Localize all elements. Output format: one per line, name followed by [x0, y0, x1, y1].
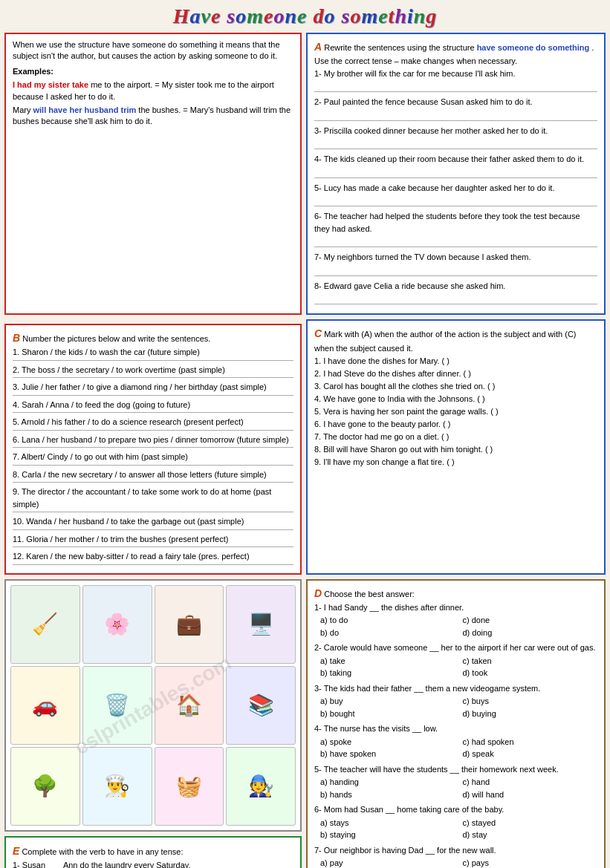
section-a: A Rewrite the sentences using the struct…	[306, 33, 606, 315]
section-a-q7-line	[314, 266, 597, 276]
section-e-instruction: E Complete with the verb to have in any …	[13, 843, 293, 859]
section-b-q9: 9. The director / the accountant / to ta…	[13, 486, 293, 510]
section-d-q5-text: 5- The teacher will have the students __…	[314, 763, 597, 776]
section-a-q4-line	[314, 168, 597, 178]
cartoon-9: 🌳	[10, 747, 80, 826]
section-a-q5-line	[314, 196, 597, 206]
cartoon-12: 🧑‍🔧	[226, 747, 296, 826]
section-a-q4: 4- The kids cleaned up their room becaus…	[314, 153, 597, 166]
section-d-q3-text: 3- The kids had their father __ them a n…	[314, 682, 597, 695]
section-c-q4: 4. We have gone to India with the Johnso…	[314, 393, 597, 405]
cartoon-11: 🧺	[155, 747, 224, 826]
section-a-instruction: A Rewrite the sentences using the struct…	[314, 39, 597, 68]
section-b-questions: 1. Sharon / the kids / to wash the car (…	[13, 346, 293, 565]
section-a-q7: 7- My neighbors turned the TV down becau…	[314, 251, 597, 264]
section-c-q1: 1. I have done the dishes for Mary. ( )	[314, 355, 597, 368]
section-b-q3: 3. Julie / her father / to give a diamon…	[13, 381, 293, 394]
section-d: D Choose the best answer: 1- I had Sandy…	[306, 579, 606, 869]
section-e: E Complete with the verb to have in any …	[4, 836, 302, 869]
section-a-q6: 6- The teacher had helped the students b…	[314, 210, 597, 235]
page-title: Have someone do something	[4, 4, 606, 28]
section-a-q3: 3- Priscilla cooked dinner because her m…	[314, 125, 597, 137]
top-row: When we use the structure have someone d…	[4, 33, 606, 315]
section-b-q10: 10. Wanda / her husband / to take the ga…	[13, 515, 293, 528]
section-c-q2: 2. I had Steve do the dishes after dinne…	[314, 368, 597, 380]
cartoon-image: eslprintables.com 🧹 🌸 💼 🖥️ 🚗 🗑️ 🏠 📚 🌳 👨‍…	[4, 579, 302, 832]
section-a-q5: 5- Lucy has made a cake because her daug…	[314, 182, 597, 195]
section-a-q1-line	[314, 82, 597, 92]
section-d-q4-options: a) spoke c) had spoken b) have spoken d)…	[320, 736, 597, 760]
section-d-instruction: D Choose the best answer:	[314, 586, 597, 601]
section-a-questions: 1- My brother will fix the car for me be…	[314, 68, 597, 305]
section-d-q3-options: a) buy c) buys b) bought d) buying	[320, 695, 597, 719]
cartoon-3: 💼	[155, 585, 224, 664]
section-d-q6-text: 6- Mom had Susan __ home taking care of …	[314, 803, 597, 816]
section-a-q2-line	[314, 111, 597, 121]
section-c-q6: 6. I have gone to the beauty parlor. ( )	[314, 418, 597, 431]
section-c-q5: 5. Vera is having her son paint the gara…	[314, 405, 597, 418]
section-d-q4-text: 4- The nurse has the visits __ low.	[314, 722, 597, 735]
section-b-instruction: B Number the pictures below and write th…	[13, 330, 293, 346]
cartoon-5: 🚗	[10, 666, 80, 745]
section-c-instruction: C Mark with (A) when the author of the a…	[314, 326, 597, 355]
section-a-q6-line	[314, 237, 597, 247]
section-c-q7: 7. The doctor had me go on a diet. ( )	[314, 431, 597, 443]
left-bottom: eslprintables.com 🧹 🌸 💼 🖥️ 🚗 🗑️ 🏠 📚 🌳 👨‍…	[4, 579, 302, 869]
section-d-q6-options: a) stays c) stayed b) staying d) stay	[320, 817, 597, 841]
bottom-row: eslprintables.com 🧹 🌸 💼 🖥️ 🚗 🗑️ 🏠 📚 🌳 👨‍…	[4, 579, 606, 869]
section-e-q1: 1- Susan ___ Ann do the laundry every Sa…	[13, 859, 293, 868]
example1: I had my sister take me to the airport. …	[13, 79, 293, 102]
section-b-q4: 4. Sarah / Anna / to feed the dog (going…	[13, 399, 293, 411]
page: Have someone do something When we use th…	[0, 0, 610, 868]
section-a-q8: 8- Edward gave Celia a ride because she …	[314, 280, 597, 293]
example2: Mary will have her husband trim the bush…	[13, 105, 293, 128]
section-b: B Number the pictures below and write th…	[4, 324, 302, 575]
section-b-q1: 1. Sharon / the kids / to wash the car (…	[13, 346, 293, 359]
cartoon-10: 👨‍🍳	[82, 747, 152, 826]
section-d-q1-options: a) to do c) done b) do d) doing	[320, 614, 597, 639]
section-d-q7-options: a) pay c) pays b) paid d) paying	[320, 857, 597, 868]
section-b-q6: 6. Lana / her husband / to prepare two p…	[13, 434, 293, 446]
section-b-q11: 11. Gloria / her mother / to trim the bu…	[13, 533, 293, 546]
section-b-q8: 8. Carla / the new secretary / to answer…	[13, 469, 293, 481]
cartoon-7: 🏠	[155, 666, 224, 745]
section-a-q2: 2- Paul painted the fence because Susan …	[314, 96, 597, 108]
section-d-q2-text: 2- Carole would have someone __ her to t…	[314, 642, 597, 654]
examples-label: Examples:	[13, 66, 293, 77]
section-c-questions: 1. I have done the dishes for Mary. ( ) …	[314, 355, 597, 469]
cartoon-8: 📚	[226, 666, 296, 745]
mid-section-row: B Number the pictures below and write th…	[4, 319, 606, 575]
section-d-q1-text: 1- I had Sandy __ the dishes after dinne…	[314, 601, 597, 614]
section-a-q3-line	[314, 139, 597, 149]
intro-section: When we use the structure have someone d…	[4, 33, 302, 315]
section-b-q7: 7. Albert/ Cindy / to go out with him (p…	[13, 451, 293, 463]
section-c-q3: 3. Carol has bought all the clothes she …	[314, 380, 597, 393]
section-b-q5: 5. Arnold / his father / to do a science…	[13, 416, 293, 428]
section-b-q12: 12. Karen / the new baby-sitter / to rea…	[13, 550, 293, 563]
section-c: C Mark with (A) when the author of the a…	[306, 319, 606, 575]
section-d-q7-text: 7- Our neighbor is having Dad __ for the…	[314, 844, 597, 857]
section-a-q1: 1- My brother will fix the car for me be…	[314, 68, 597, 80]
section-d-q2-options: a) take c) taken b) taking d) took	[320, 655, 597, 679]
intro-text: When we use the structure have someone d…	[13, 39, 293, 62]
cartoon-1: 🧹	[10, 585, 80, 664]
section-c-q8: 8. Bill will have Sharon go out with him…	[314, 443, 597, 456]
cartoon-2: 🌸	[82, 585, 152, 664]
section-a-q8-line	[314, 294, 597, 304]
section-d-q5-options: a) handing c) hand b) hands d) will hand	[320, 776, 597, 800]
cartoon-6: 🗑️	[82, 666, 152, 745]
section-b-q2: 2. The boss / the secretary / to work ov…	[13, 364, 293, 376]
section-c-q9: 9. I'll have my son change a flat tire. …	[314, 456, 597, 469]
cartoon-4: 🖥️	[226, 585, 296, 664]
